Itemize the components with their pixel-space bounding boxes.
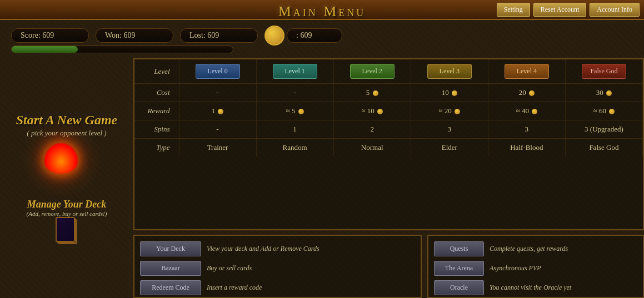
- coin-dot-icon: [606, 90, 612, 96]
- card-back-3: [56, 217, 75, 242]
- data-cell: -: [179, 84, 256, 102]
- start-game-title: Start A New Game: [16, 112, 117, 129]
- deck-row-label: Insert a reward code: [207, 284, 262, 292]
- quest-row-label: Complete quests, get rewards: [490, 245, 568, 253]
- fireball-icon: [44, 143, 89, 176]
- deck-row: BazaarBuy or sell cards: [140, 261, 415, 276]
- deck-action-button-0[interactable]: Your Deck: [140, 241, 201, 256]
- row-label: Type: [134, 139, 179, 157]
- data-cell: ≈ 40: [488, 102, 565, 120]
- data-cell: ≈ 10: [333, 102, 411, 120]
- data-cell: Random: [256, 139, 333, 157]
- level-button-0[interactable]: Level 0: [196, 64, 240, 79]
- coin-icon: [264, 26, 284, 46]
- level-button-4[interactable]: Level 4: [505, 64, 549, 79]
- reset-account-button[interactable]: Reset Account: [533, 3, 587, 17]
- coin-dot-icon: [377, 109, 383, 114]
- data-cell: Normal: [333, 139, 411, 157]
- level-cell[interactable]: Level 1: [256, 59, 333, 84]
- stats-bar: Score: 609 Won: 609 Lost: 609 : 609: [11, 26, 633, 46]
- data-cell: 1: [179, 102, 256, 120]
- cell-value: ≈ 10: [361, 107, 376, 115]
- level-cell[interactable]: Level 2: [333, 59, 411, 84]
- coin-dot-icon: [455, 109, 460, 114]
- coin-dot-icon: [218, 109, 223, 114]
- row-label: Spins: [134, 120, 179, 139]
- coins-stat: : 609: [264, 26, 342, 46]
- deck-row-label: Buy or sell cards: [207, 264, 252, 272]
- level-button-1[interactable]: Level 1: [273, 64, 317, 79]
- data-cell: 3: [411, 120, 488, 139]
- level-table: LevelLevel 0Level 1Level 2Level 3Level 4…: [134, 59, 643, 156]
- quest-row: The ArenaAsynchronous PVP: [434, 261, 637, 276]
- row-label: Cost: [134, 84, 179, 102]
- manage-deck-subtitle: (Add, remove, buy or sell cards!): [27, 210, 107, 217]
- cell-value: ≈ 20: [438, 107, 453, 115]
- data-cell: 10: [411, 84, 488, 102]
- manage-deck-title: Manage Your Deck: [27, 199, 107, 210]
- coin-dot-icon: [298, 109, 304, 114]
- start-game-section: Start A New Game ( pick your opponent le…: [16, 112, 117, 182]
- quest-panel: QuestsComplete quests, get rewardsThe Ar…: [427, 235, 644, 298]
- data-cell: 30: [565, 84, 642, 102]
- main-content: LevelLevel 0Level 1Level 2Level 3Level 4…: [133, 58, 644, 298]
- table-row: Spins-12333 (Upgraded): [134, 120, 643, 139]
- lost-stat: Lost: 609: [180, 28, 258, 43]
- won-stat: Won: 609: [96, 28, 173, 43]
- start-game-subtitle: ( pick your opponent level ): [16, 129, 117, 138]
- score-stat: Score: 609: [11, 28, 89, 43]
- deck-action-button-2[interactable]: Redeem Code: [140, 280, 201, 295]
- level-button-3[interactable]: Level 3: [427, 64, 472, 79]
- row-label: Reward: [134, 102, 179, 120]
- level-button-5[interactable]: False God: [582, 64, 626, 79]
- coin-dot-icon: [529, 90, 535, 96]
- data-cell: ≈ 60: [565, 102, 642, 120]
- account-info-button[interactable]: Account Info: [590, 3, 640, 17]
- main-title: Main Menu: [278, 3, 366, 20]
- coin-dot-icon: [532, 109, 537, 114]
- coin-dot-icon: [452, 90, 457, 96]
- data-cell: 3: [488, 120, 565, 139]
- level-table-container: LevelLevel 0Level 1Level 2Level 3Level 4…: [133, 58, 644, 230]
- quest-row: OracleYou cannot visit the Oracle yet: [434, 280, 637, 295]
- coin-dot-icon: [609, 109, 615, 114]
- cell-value: ≈ 40: [516, 107, 531, 115]
- quest-action-button-0[interactable]: Quests: [434, 241, 484, 256]
- quest-action-button-2[interactable]: Oracle: [434, 280, 484, 295]
- setting-button[interactable]: Setting: [497, 3, 530, 17]
- deck-panel: Your DeckView your deck and Add or Remov…: [133, 235, 422, 298]
- table-row[interactable]: LevelLevel 0Level 1Level 2Level 3Level 4…: [134, 59, 643, 84]
- deck-action-button-1[interactable]: Bazaar: [140, 261, 201, 276]
- data-cell: Trainer: [179, 139, 256, 157]
- data-cell: Half-Blood: [488, 139, 565, 157]
- level-cell[interactable]: False God: [565, 59, 642, 84]
- level-button-2[interactable]: Level 2: [350, 64, 395, 79]
- fireball-inner: [44, 143, 78, 174]
- quest-row: QuestsComplete quests, get rewards: [434, 241, 637, 256]
- data-cell: False God: [565, 139, 642, 157]
- level-cell[interactable]: Level 0: [179, 59, 256, 84]
- level-cell[interactable]: Level 3: [411, 59, 488, 84]
- manage-deck-section: Manage Your Deck (Add, remove, buy or se…: [27, 199, 107, 245]
- deck-row-label: View your deck and Add or Remove Cards: [207, 245, 319, 253]
- data-cell: -: [179, 120, 256, 139]
- table-row: Cost--5 10 20 30: [134, 84, 643, 102]
- progress-bar-container: [11, 46, 233, 53]
- deck-stack-icon: [56, 217, 78, 245]
- data-cell: -: [256, 84, 333, 102]
- cell-value: ≈ 60: [593, 107, 608, 115]
- quest-action-button-1[interactable]: The Arena: [434, 261, 484, 276]
- bottom-panels: Your DeckView your deck and Add or Remov…: [133, 235, 644, 298]
- data-cell: 1: [256, 120, 333, 139]
- data-cell: 3 (Upgraded): [565, 120, 642, 139]
- table-row: TypeTrainerRandomNormalElderHalf-BloodFa…: [134, 139, 643, 157]
- quest-row-label: Asynchronous PVP: [490, 264, 541, 272]
- cell-value: 30: [596, 88, 605, 97]
- progress-bar-bg: [11, 46, 233, 53]
- cell-value: 5: [366, 88, 372, 97]
- data-cell: 5: [333, 84, 411, 102]
- data-cell: Elder: [411, 139, 488, 157]
- cell-value: 20: [519, 88, 528, 97]
- deck-row: Your DeckView your deck and Add or Remov…: [140, 241, 415, 256]
- level-cell[interactable]: Level 4: [488, 59, 565, 84]
